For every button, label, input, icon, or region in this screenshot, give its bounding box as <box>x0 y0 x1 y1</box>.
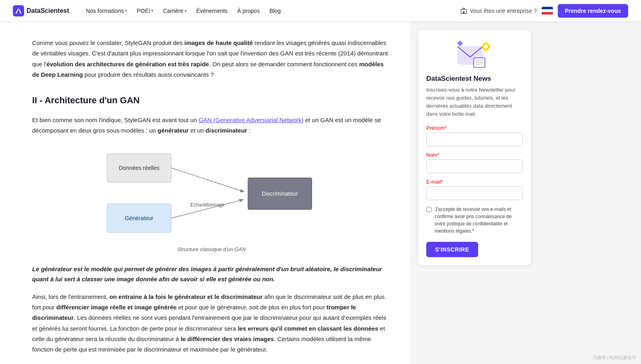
svg-line-5 <box>171 168 244 192</box>
newsletter-desc: Inscrivez-vous à notre Newsletter pour r… <box>426 86 523 119</box>
article-body: Comme vous pouvez le constater, StyleGAN… <box>32 38 391 355</box>
email-group: E-mail* <box>426 179 523 200</box>
nav-carriere[interactable]: Carrière ▾ <box>159 5 191 16</box>
page-wrapper: Comme vous pouvez le constater, StyleGAN… <box>0 22 641 364</box>
nav-apropos[interactable]: À propos <box>233 5 264 16</box>
enterprise-link[interactable]: Vous êtes une entreprise ? <box>460 7 537 14</box>
svg-point-10 <box>484 45 488 49</box>
paragraph-3: Ainsi, lors de l'entrainement, on entrai… <box>32 292 391 355</box>
main-content: Comme vous pouvez le constater, StyleGAN… <box>0 22 410 364</box>
box-generateur: Générateur <box>107 204 171 233</box>
prenom-input[interactable] <box>426 133 523 146</box>
section-heading: II - Architecture d'un GAN <box>32 93 391 108</box>
nav-links: Nos formations ▾ POEI ▾ Carrière ▾ Événe… <box>82 5 460 16</box>
newsletter-title: DataScientest News <box>426 75 523 83</box>
blockquote: Le générateur est le modèle qui permet d… <box>32 264 391 284</box>
email-label: E-mail* <box>426 179 523 185</box>
diagram-caption: Structure classique d'un GAN <box>177 245 246 254</box>
svg-rect-4 <box>463 11 465 13</box>
prenom-label: Prénom* <box>426 125 523 131</box>
logo-text: DataScientest <box>27 7 69 14</box>
svg-line-6 <box>171 200 243 218</box>
box-donnees-reelles: Données réelles <box>107 153 171 182</box>
cta-button[interactable]: Prendre rendez-vous <box>558 4 628 18</box>
nav-blog[interactable]: Blog <box>265 5 285 16</box>
gan-link[interactable]: GAN (Generative Adversiarial Network) <box>199 117 304 123</box>
building-icon <box>460 7 467 14</box>
watermark: 刃易号 | 时尚玩家岳可 <box>593 355 636 361</box>
box-discriminateur: Discriminateur <box>248 178 312 210</box>
paragraph-2: Et bien comme son nom l'indique, StyleGA… <box>32 115 391 136</box>
subscribe-button[interactable]: S'INSCRIRE <box>426 242 478 257</box>
sidebar: DataScientest News Inscrivez-vous à notr… <box>410 22 539 364</box>
svg-rect-3 <box>463 8 465 9</box>
svg-rect-0 <box>13 5 24 16</box>
nom-group: Nom* <box>426 152 523 173</box>
newsletter-card: DataScientest News Inscrivez-vous à notr… <box>418 30 531 265</box>
consent-label: J'accepte de recevoir vos e-mails et con… <box>435 206 523 235</box>
svg-point-1 <box>18 8 19 10</box>
site-logo[interactable]: DataScientest <box>13 5 69 16</box>
nom-label: Nom* <box>426 152 523 158</box>
email-input[interactable] <box>426 186 523 200</box>
paragraph-1: Comme vous pouvez le constater, StyleGAN… <box>32 38 391 80</box>
navigation: DataScientest Nos formations ▾ POEI ▾ Ca… <box>0 0 641 22</box>
chevron-down-icon: ▾ <box>151 8 153 13</box>
consent-checkbox[interactable] <box>426 207 431 212</box>
svg-point-15 <box>458 41 462 45</box>
chevron-down-icon: ▾ <box>125 8 127 13</box>
language-flag[interactable] <box>542 7 553 15</box>
nav-formations[interactable]: Nos formations ▾ <box>82 5 131 16</box>
prenom-group: Prénom* <box>426 125 523 146</box>
chevron-down-icon: ▾ <box>185 8 187 13</box>
newsletter-illustration <box>426 38 523 70</box>
nav-evenements[interactable]: Événements <box>192 5 232 16</box>
nom-input[interactable] <box>426 160 523 173</box>
nav-poei[interactable]: POEI ▾ <box>133 5 157 16</box>
diagram-area: Données réelles Générateur Discriminateu… <box>99 145 324 242</box>
consent-row: J'accepte de recevoir vos e-mails et con… <box>426 206 523 235</box>
gan-diagram: Données réelles Générateur Discriminateu… <box>32 145 391 254</box>
svg-text:Echantillonnage: Echantillonnage <box>190 202 225 208</box>
nav-right: Vous êtes une entreprise ? Prendre rende… <box>460 4 628 18</box>
